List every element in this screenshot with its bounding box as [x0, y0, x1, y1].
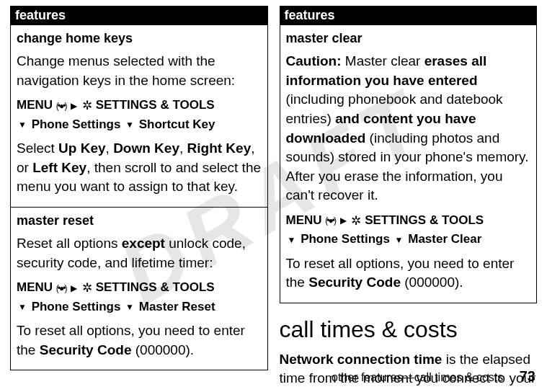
arrow-down-icon: ▼ [125, 300, 134, 313]
master-reset-menu: MENU (•●•) ▶ ✲ SETTINGS & TOOLS ▼ Phone … [17, 278, 262, 316]
master-reset-cell: master reset Reset all options except un… [11, 207, 268, 370]
select-prefix: Select [17, 141, 58, 156]
master-reset-title: master reset [17, 212, 262, 230]
up-key: Up Key [58, 141, 105, 156]
menu-label: MENU [286, 213, 322, 227]
arrow-down-icon: ▼ [288, 233, 296, 246]
master-clear-caution: Caution: Master clear erases all informa… [286, 52, 531, 205]
master-clear-code: To reset all options, you need to enter … [286, 254, 531, 293]
sep2: , [179, 141, 187, 156]
left-key: Left Key [32, 160, 86, 175]
center-key-icon: (•●•) [325, 214, 335, 227]
mc-code-suffix: (000000). [401, 275, 463, 290]
shortcut-key-label: Shortcut Key [139, 117, 215, 131]
master-clear-menu: MENU (•●•) ▶ ✲ SETTINGS & TOOLS ▼ Phone … [286, 211, 531, 249]
tools-icon: ✲ [82, 97, 92, 115]
master-reset-label: Master Reset [139, 300, 215, 313]
left-column: features change home keys Change menus s… [10, 6, 268, 392]
master-clear-cell: master clear Caution: Master clear erase… [280, 25, 537, 303]
menu-label: MENU [17, 98, 53, 112]
phone-settings-label: Phone Settings [32, 117, 121, 131]
caution-label: Caution: [286, 53, 342, 68]
change-home-keys-cell: change home keys Change menus selected w… [11, 25, 268, 208]
arrow-down-icon: ▼ [125, 118, 134, 131]
section-heading: call times & costs [280, 316, 538, 343]
change-home-keys-select: Select Up Key, Down Key, Right Key, or L… [17, 139, 262, 197]
reset-code-suffix: (000000). [131, 342, 194, 357]
arrow-right-icon: ▶ [71, 282, 77, 295]
master-reset-code: To reset all options, you need to enter … [17, 321, 262, 360]
arrow-down-icon: ▼ [18, 118, 27, 131]
master-clear-label: Master Clear [408, 232, 481, 246]
arrow-right-icon: ▶ [340, 214, 347, 227]
right-column: features master clear Caution: Master cl… [280, 6, 538, 392]
settings-tools-label: SETTINGS & TOOLS [365, 213, 484, 227]
sep1: , [106, 141, 114, 156]
master-reset-desc: Reset all options except unlock code, se… [17, 234, 262, 272]
reset-prefix: Reset all options [17, 236, 122, 251]
arrow-down-icon: ▼ [395, 233, 404, 246]
settings-tools-label: SETTINGS & TOOLS [96, 98, 215, 112]
change-home-keys-desc: Change menus selected with the navigatio… [17, 52, 262, 90]
arrow-right-icon: ▶ [71, 99, 77, 112]
tools-icon: ✲ [351, 212, 361, 231]
menu-label: MENU [17, 280, 53, 294]
features-header-right: features [280, 6, 537, 25]
section-body: Network connection time is the elapsed t… [280, 350, 538, 392]
tools-icon: ✲ [82, 279, 92, 298]
except-word: except [122, 236, 165, 251]
center-key-icon: (•●•) [56, 282, 66, 295]
security-code: Security Code [308, 275, 401, 290]
center-key-icon: (•●•) [56, 99, 66, 112]
change-home-keys-menu: MENU (•●•) ▶ ✲ SETTINGS & TOOLS ▼ Phone … [17, 96, 262, 133]
network-connection-time: Network connection time [280, 352, 443, 367]
mc-text1: Master clear [342, 53, 424, 68]
security-code: Security Code [40, 342, 132, 357]
change-home-keys-title: change home keys [17, 30, 262, 48]
phone-settings-label: Phone Settings [301, 232, 390, 246]
master-clear-title: master clear [286, 30, 531, 48]
phone-settings-label: Phone Settings [32, 300, 121, 313]
right-key: Right Key [187, 141, 252, 156]
settings-tools-label: SETTINGS & TOOLS [96, 280, 215, 294]
features-table-right: features master clear Caution: Master cl… [280, 6, 538, 303]
arrow-down-icon: ▼ [18, 300, 27, 313]
down-key: Down Key [113, 141, 179, 156]
features-table-left: features change home keys Change menus s… [10, 6, 268, 370]
features-header-left: features [11, 6, 268, 25]
